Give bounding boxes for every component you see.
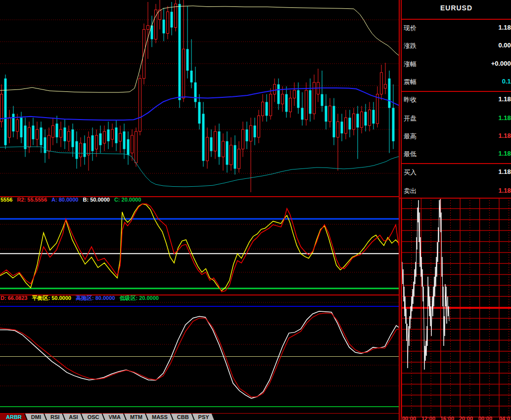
quote-label: 涨跌 (404, 42, 417, 50)
quote-value: 1.187 (498, 114, 511, 122)
quote-row-2: 涨跌0.000 (402, 42, 511, 50)
quote-value: 1.187 (498, 187, 511, 194)
quote-row-1: 现价1.187 (402, 24, 511, 33)
tick-pane-top-border (399, 198, 511, 199)
quote-value: +0.0000 (491, 60, 511, 67)
quote-value: 1.187 (498, 95, 511, 103)
quote-row-8: 最低1.186 (402, 150, 511, 159)
tab-psy[interactable]: PSY (192, 414, 215, 420)
tab-mass[interactable]: MASS (146, 414, 174, 420)
quote-label: 最高 (404, 132, 417, 141)
indicator2-header: D: 66.0823平衡区: 50.0000高抛区: 80.0000低吸区: 2… (0, 295, 163, 301)
indicator-value-label: R2: 55.5556 (17, 197, 47, 203)
indicator-value-label: D: 66.0823 (0, 295, 27, 301)
tab-dmi[interactable]: DMI (25, 414, 47, 420)
quote-separator (402, 91, 511, 92)
quote-value: 1.187 (498, 168, 511, 175)
quote-value: 0.19 (502, 78, 511, 85)
quote-label: 买入 (404, 168, 417, 177)
quote-row-5: 昨收1.187 (402, 95, 511, 104)
quote-label: 开盘 (404, 114, 417, 123)
quote-value: 1.188 (498, 132, 511, 139)
quote-label: 现价 (404, 24, 417, 33)
quote-row-4: 震幅0.19 (402, 78, 511, 86)
oscillator2-chart (0, 295, 399, 413)
time-label: 12:00 (421, 416, 435, 420)
main-chart-pane[interactable] (0, 0, 399, 196)
quote-row-10: 卖出1.187 (402, 187, 511, 196)
quote-row-6: 开盘1.187 (402, 114, 511, 123)
quote-label: 涨幅 (404, 60, 417, 69)
quote-value: 1.186 (498, 150, 511, 157)
indicator2-pane[interactable] (0, 295, 399, 413)
quote-label: 震幅 (404, 78, 417, 86)
quote-value: 1.187 (498, 24, 511, 31)
time-label: 16:00 (440, 416, 454, 420)
quote-separator (402, 19, 511, 20)
symbol-title: EURUSD (402, 4, 511, 12)
time-label: 20:00 (459, 416, 473, 420)
indicator-value-label: B: 50.0000 (83, 197, 109, 203)
quote-separator (402, 163, 511, 164)
tick-chart-pane[interactable] (402, 198, 511, 420)
time-label: 00:00 (402, 416, 416, 420)
tab-cbb[interactable]: CBB (171, 414, 195, 420)
indicator1-pane[interactable] (0, 197, 399, 294)
indicator-value-label: 平衡区: 50.0000 (32, 295, 71, 301)
quote-label: 卖出 (404, 187, 417, 196)
quote-row-7: 最高1.188 (402, 132, 511, 141)
quote-label: 最低 (404, 150, 417, 159)
tab-arbr[interactable]: ARBR (0, 414, 28, 420)
quote-row-3: 涨幅+0.0000 (402, 60, 511, 69)
quote-panel: EURUSD 现价1.187涨跌0.000涨幅+0.0000震幅0.19昨收1.… (402, 0, 511, 198)
panel-split-line (399, 0, 400, 420)
quote-label: 昨收 (404, 95, 417, 104)
oscillator1-chart (0, 197, 399, 294)
tab-asi[interactable]: ASI (63, 414, 84, 420)
indicator-value-label: C: 20.0000 (114, 197, 141, 203)
candlestick-chart (0, 0, 399, 196)
time-label: 04:0 (499, 416, 510, 420)
tab-mtm[interactable]: MTM (124, 414, 148, 420)
tab-rsi[interactable]: RSI (45, 414, 65, 420)
indicator-value-label: 低吸区: 20.0000 (119, 295, 158, 301)
time-label: 00:00 (478, 416, 492, 420)
quote-row-9: 买入1.187 (402, 168, 511, 177)
indicator-value-label: 5556 (0, 197, 12, 203)
tab-osc[interactable]: OSC (82, 414, 105, 420)
indicator-value-label: A: 80.0000 (51, 197, 78, 203)
quote-value: 0.000 (498, 42, 511, 49)
indicator1-header: 5556R2: 55.5556A: 80.0000B: 50.0000C: 20… (0, 197, 145, 203)
tab-vma[interactable]: VMA (102, 414, 126, 420)
indicator-tabbar: ARBRDMIRSIASIOSCVMAMTMMASSCBBPSY (0, 414, 399, 420)
tick-chart (402, 198, 511, 420)
trading-terminal: { "quote_panel": { "title": "EURUSD", "r… (0, 0, 511, 420)
indicator-value-label: 高抛区: 80.0000 (76, 295, 115, 301)
